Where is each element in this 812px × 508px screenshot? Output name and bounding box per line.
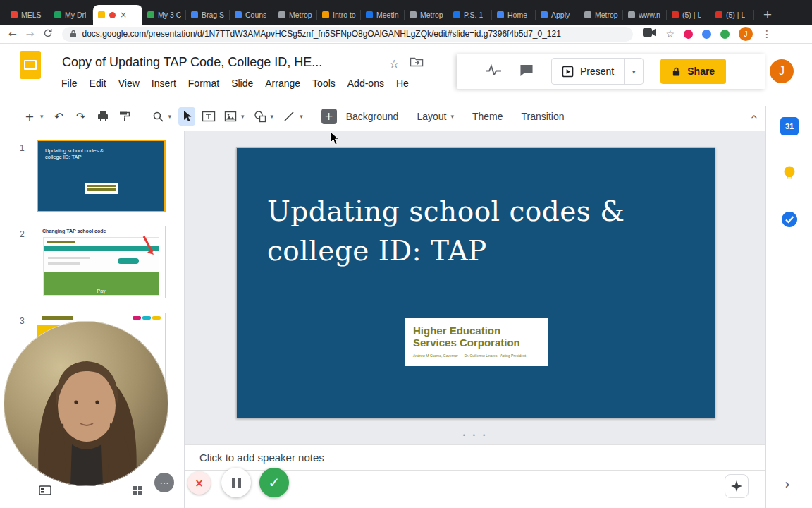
tab-close-icon[interactable]: × bbox=[120, 11, 127, 19]
side-panel: 31 › bbox=[765, 106, 812, 508]
speaker-notes-input[interactable]: Click to add speaker notes bbox=[185, 445, 765, 471]
star-document-icon[interactable]: ☆ bbox=[389, 57, 399, 71]
image-caret-icon[interactable]: ▾ bbox=[241, 113, 245, 120]
menu-view[interactable]: View bbox=[118, 78, 140, 89]
hesc-logo-line1: Higher Education bbox=[413, 325, 548, 337]
redo-icon[interactable]: ↷ bbox=[73, 107, 90, 126]
browser-tab[interactable]: Meetin bbox=[361, 5, 405, 25]
browser-tab[interactable]: Intro to bbox=[317, 5, 361, 25]
transition-button[interactable]: Transition bbox=[522, 111, 565, 122]
browser-tab[interactable]: Metrop bbox=[579, 5, 623, 25]
paint-format-icon[interactable] bbox=[116, 107, 133, 126]
browser-tab[interactable]: (5) | L bbox=[667, 5, 710, 25]
browser-tab[interactable]: Metrop bbox=[273, 5, 317, 25]
present-dropdown-caret[interactable]: ▾ bbox=[624, 59, 643, 84]
hesc-logo-box[interactable]: Higher Education Services Corporation An… bbox=[405, 318, 548, 366]
new-slide-caret-icon[interactable]: ▾ bbox=[40, 113, 44, 120]
menu-insert[interactable]: Insert bbox=[152, 78, 176, 89]
back-icon[interactable]: ← bbox=[8, 29, 17, 39]
explore-button[interactable] bbox=[725, 474, 749, 498]
recorder-pause-button[interactable] bbox=[221, 468, 251, 497]
browser-tab[interactable]: Apply bbox=[536, 5, 579, 25]
webcam-overlay[interactable] bbox=[3, 320, 169, 490]
browser-tab[interactable]: Metrop bbox=[405, 5, 448, 25]
extension-pink-icon[interactable] bbox=[684, 30, 693, 39]
hesc-logo-subtext: Andrew M Cuomo, GovernorDr. Guillermo Li… bbox=[413, 353, 548, 358]
insert-shape-icon[interactable] bbox=[252, 107, 269, 126]
slide-title-text[interactable]: Updating school codes &college ID: TAP bbox=[267, 192, 625, 271]
cast-video-icon[interactable] bbox=[642, 28, 656, 40]
menu-file[interactable]: File bbox=[61, 78, 78, 89]
comments-icon[interactable] bbox=[519, 64, 534, 80]
forward-icon[interactable]: → bbox=[26, 29, 35, 39]
present-button-group: Present ▾ bbox=[551, 58, 644, 85]
tab-favicon-icon bbox=[541, 11, 548, 18]
slide-canvas[interactable]: Updating school codes &college ID: TAP H… bbox=[185, 131, 765, 445]
browser-tab[interactable]: My 3 C bbox=[142, 5, 186, 25]
browser-tab[interactable]: (5) | L bbox=[710, 5, 754, 25]
zoom-icon[interactable] bbox=[149, 107, 166, 126]
zoom-caret-icon[interactable]: ▾ bbox=[168, 113, 172, 120]
expand-panel-chevron-icon[interactable]: › bbox=[785, 476, 790, 492]
browser-tab[interactable]: My Dri bbox=[49, 5, 93, 25]
collapse-toolbar-chevron-icon[interactable]: › bbox=[746, 114, 761, 119]
document-title[interactable]: Copy of Updating TAP Code, College ID, H… bbox=[62, 55, 322, 70]
recorder-cancel-button[interactable]: × bbox=[187, 471, 211, 495]
new-tab-button[interactable]: + bbox=[758, 5, 777, 23]
tasks-icon[interactable] bbox=[780, 210, 799, 229]
account-avatar[interactable]: J bbox=[770, 59, 794, 83]
print-icon[interactable] bbox=[94, 107, 111, 126]
move-folder-icon[interactable] bbox=[410, 56, 424, 71]
recorder-finish-button[interactable]: ✓ bbox=[259, 468, 289, 497]
menu-edit[interactable]: Edit bbox=[90, 78, 106, 89]
insert-line-icon[interactable] bbox=[281, 107, 297, 126]
extension-green-icon[interactable] bbox=[720, 30, 730, 39]
menu-slide[interactable]: Slide bbox=[231, 78, 253, 89]
browser-tab[interactable]: P.S. 1 bbox=[448, 5, 492, 25]
theme-button[interactable]: Theme bbox=[472, 111, 503, 122]
menu-arrange[interactable]: Arrange bbox=[265, 78, 300, 89]
menu-addons[interactable]: Add-ons bbox=[347, 78, 384, 89]
insert-image-icon[interactable] bbox=[222, 107, 239, 126]
browser-tab[interactable]: Home bbox=[492, 5, 536, 25]
slide-thumbnail-1[interactable]: Updating school codes &college ID: TAP bbox=[37, 140, 166, 212]
tab-title: Meetin bbox=[376, 11, 399, 19]
browser-tab[interactable]: www.n bbox=[623, 5, 667, 25]
menu-format[interactable]: Format bbox=[188, 78, 219, 89]
bookmark-star-icon[interactable]: ☆ bbox=[665, 29, 675, 39]
extension-blue-icon[interactable] bbox=[702, 30, 711, 39]
browser-menu-kebab-icon[interactable]: ⋮ bbox=[762, 29, 772, 39]
select-tool-icon[interactable] bbox=[178, 107, 195, 126]
url-field[interactable]: docs.google.com/presentation/d/1N7TTdW3A… bbox=[62, 27, 633, 42]
layout-button[interactable]: Layout▾ bbox=[417, 111, 454, 122]
present-button[interactable]: Present bbox=[552, 66, 624, 78]
browser-tab[interactable]: Couns bbox=[230, 5, 273, 25]
browser-tab-active[interactable]: × bbox=[93, 5, 142, 25]
keep-icon[interactable] bbox=[780, 164, 799, 182]
background-button[interactable]: Background bbox=[346, 111, 399, 122]
explore-star-icon bbox=[730, 480, 743, 492]
share-button[interactable]: Share bbox=[660, 59, 726, 84]
calendar-icon[interactable]: 31 bbox=[780, 117, 799, 135]
tab-title: Metrop bbox=[595, 11, 618, 19]
notes-resize-grip[interactable]: • • • bbox=[462, 432, 488, 439]
browser-profile-avatar[interactable]: J bbox=[739, 27, 753, 41]
activity-dashboard-icon[interactable] bbox=[485, 64, 502, 78]
recorder-more-button[interactable]: ⋯ bbox=[154, 473, 174, 492]
slides-app-icon[interactable] bbox=[20, 51, 41, 79]
line-caret-icon[interactable]: ▾ bbox=[300, 113, 303, 120]
insert-comment-icon[interactable]: + bbox=[321, 109, 337, 124]
text-box-icon[interactable] bbox=[200, 107, 217, 126]
menu-tools[interactable]: Tools bbox=[312, 78, 336, 89]
tab-favicon-icon bbox=[235, 11, 242, 18]
new-slide-button[interactable]: + bbox=[21, 107, 38, 126]
shape-caret-icon[interactable]: ▾ bbox=[271, 113, 274, 120]
undo-icon[interactable]: ↶ bbox=[51, 107, 68, 126]
tab-title: MELS bbox=[21, 11, 42, 19]
current-slide[interactable]: Updating school codes &college ID: TAP H… bbox=[236, 147, 715, 418]
menu-help[interactable]: He bbox=[396, 78, 409, 89]
browser-tab[interactable]: MELS bbox=[6, 5, 49, 25]
browser-tab[interactable]: Brag S bbox=[186, 5, 230, 25]
slide-thumbnail-2[interactable]: Changing TAP school code Pay bbox=[37, 226, 166, 298]
refresh-icon[interactable] bbox=[43, 28, 53, 40]
